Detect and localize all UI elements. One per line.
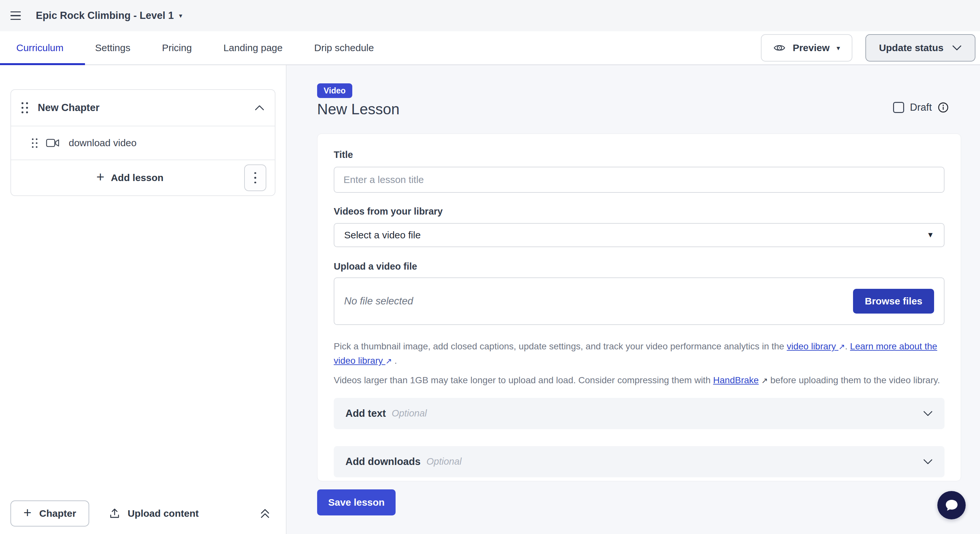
video-camera-icon (46, 138, 60, 148)
help-text-segment: . (845, 341, 850, 351)
curriculum-sidebar: New Chapter download video (0, 65, 286, 534)
update-status-label: Update status (879, 42, 943, 53)
save-lesson-button[interactable]: Save lesson (317, 490, 396, 515)
add-downloads-accordion[interactable]: Add downloads Optional (334, 446, 945, 477)
link-label: HandBrake (713, 375, 759, 385)
sidebar-footer: + Chapter Upload content (0, 493, 286, 534)
draft-label: Draft (910, 102, 932, 113)
chapter-card: New Chapter download video (10, 89, 275, 196)
tab-settings[interactable]: Settings (95, 42, 130, 53)
optional-label: Optional (392, 408, 427, 419)
course-caret-down-icon[interactable]: ▾ (179, 12, 182, 19)
external-link-icon: ↗ (838, 340, 845, 353)
info-icon[interactable] (938, 102, 949, 113)
course-title: Epic Rock Climbing - Level 1 (36, 10, 174, 22)
preview-caret-down-icon: ▾ (837, 44, 840, 52)
help-text-segment: before uploading them to the video libra… (768, 375, 940, 385)
lesson-form-card: Title Videos from your library Select a … (317, 134, 961, 481)
lesson-title: download video (69, 137, 137, 148)
tab-curriculum[interactable]: Curriculum (16, 42, 64, 53)
tab-bar: Curriculum Settings Pricing Landing page… (0, 31, 980, 65)
draft-toggle-row: Draft (893, 102, 949, 113)
tab-landing-page[interactable]: Landing page (223, 42, 283, 53)
chat-widget-button[interactable] (937, 491, 966, 519)
plus-icon: + (96, 170, 105, 184)
tab-drip-schedule[interactable]: Drip schedule (314, 42, 374, 53)
add-chapter-label: Chapter (40, 508, 76, 519)
chapter-chevron-up-icon[interactable] (255, 105, 264, 111)
update-status-chevron-down-icon (952, 45, 962, 51)
library-field-label: Videos from your library (334, 206, 945, 217)
draft-checkbox[interactable] (893, 102, 904, 113)
no-file-text: No file selected (344, 295, 413, 307)
preview-button[interactable]: Preview ▾ (761, 34, 853, 62)
add-text-accordion[interactable]: Add text Optional (334, 398, 945, 429)
chapter-footer-row: + Add lesson (11, 160, 275, 195)
select-caret-down-icon: ▼ (927, 230, 934, 239)
external-link-icon: ↗ (761, 375, 768, 387)
help-text-segment: . (392, 356, 397, 366)
title-field-label: Title (334, 149, 945, 160)
video-library-link[interactable]: video library ↗ (787, 341, 845, 351)
video-library-help-text: Pick a thumbnail image, add closed capti… (334, 339, 945, 368)
lesson-title-input[interactable] (334, 167, 945, 193)
video-library-selected-value: Select a video file (344, 230, 421, 241)
chat-icon (943, 497, 960, 514)
file-upload-dropzone[interactable]: No file selected Browse files (334, 277, 945, 325)
chapter-title: New Chapter (38, 102, 99, 114)
preview-label: Preview (793, 42, 830, 53)
add-lesson-button[interactable]: + Add lesson (11, 172, 275, 184)
add-chapter-button[interactable]: + Chapter (10, 501, 89, 526)
top-bar: Epic Rock Climbing - Level 1 ▾ (0, 0, 980, 31)
chapter-header[interactable]: New Chapter (11, 90, 275, 126)
lesson-row[interactable]: download video (11, 126, 275, 159)
double-chevron-up-icon[interactable] (260, 508, 270, 519)
link-label: video library (787, 341, 836, 351)
lesson-type-badge: Video (317, 83, 352, 98)
tab-pricing[interactable]: Pricing (162, 42, 192, 53)
upload-content-button[interactable]: Upload content (109, 508, 199, 519)
header-actions: Preview ▾ Update status (761, 34, 975, 62)
video-library-select[interactable]: Select a video file ▼ (334, 223, 945, 247)
kebab-icon (254, 172, 256, 184)
help-text-segment: Videos larger than 1GB may take longer t… (334, 375, 713, 385)
hamburger-icon[interactable] (10, 11, 21, 20)
add-downloads-label: Add downloads (345, 456, 421, 467)
add-text-label: Add text (345, 408, 386, 420)
optional-label: Optional (426, 456, 462, 467)
video-size-help-text: Videos larger than 1GB may take longer t… (334, 373, 945, 388)
chevron-down-icon (923, 459, 933, 465)
chapter-drag-handle-icon[interactable] (21, 102, 28, 113)
handbrake-link[interactable]: HandBrake (713, 375, 759, 385)
chevron-down-icon (923, 411, 933, 416)
help-text-segment: Pick a thumbnail image, add closed capti… (334, 341, 787, 351)
upload-content-label: Upload content (127, 508, 199, 519)
lesson-editor-panel: Video New Lesson Draft Title Videos from… (286, 65, 980, 534)
chapter-menu-button[interactable] (244, 164, 266, 191)
add-lesson-label: Add lesson (111, 172, 164, 183)
external-link-icon: ↗ (385, 355, 392, 367)
content-area: New Chapter download video (0, 65, 980, 534)
upload-field-label: Upload a video file (334, 261, 945, 272)
page-title: New Lesson (317, 101, 980, 118)
browse-files-button[interactable]: Browse files (853, 289, 934, 313)
upload-icon (109, 508, 121, 519)
plus-icon: + (24, 506, 32, 520)
update-status-button[interactable]: Update status (865, 34, 975, 62)
eye-icon (773, 44, 786, 52)
lesson-drag-handle-icon[interactable] (32, 138, 37, 148)
